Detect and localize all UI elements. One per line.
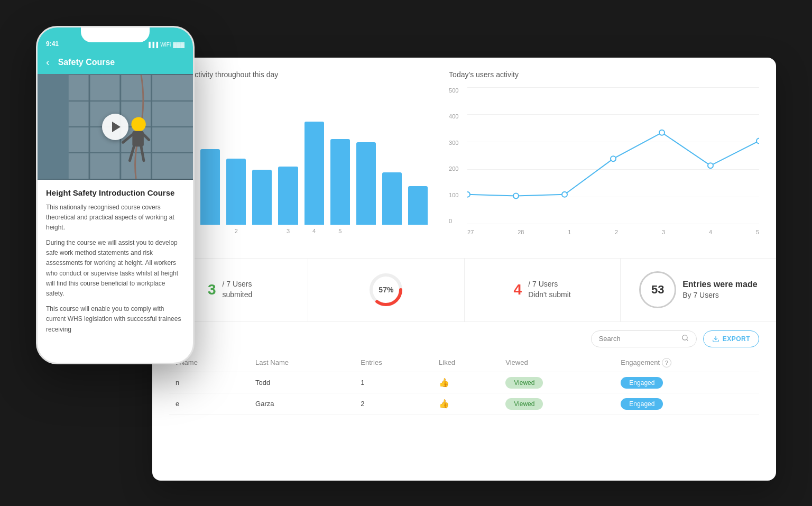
cell-first-1: e: [169, 393, 249, 414]
x-label: 5: [756, 229, 759, 235]
battery-icon: ▓▓▓: [173, 42, 184, 48]
donut-text: 57%: [379, 286, 393, 294]
cell-liked-1: 👍: [432, 393, 499, 414]
col-lastname: Last Name: [249, 354, 354, 372]
line-chart: 5004003002001000 272812345: [449, 87, 759, 235]
course-image: [38, 74, 193, 180]
table-row: n Todd 1 👍 Viewed Engaged: [169, 372, 759, 393]
line-chart-title: Today's users activity: [449, 70, 759, 79]
stat-submitted-text: / 7 Users submited: [223, 279, 253, 300]
phone-content: Height Safety Introduction Course This n…: [38, 180, 193, 344]
donut-chart: 57%: [367, 271, 404, 308]
engagement-help-icon: ?: [662, 358, 671, 367]
svg-point-4: [659, 130, 665, 135]
search-box[interactable]: [591, 330, 697, 347]
phone-navbar: ‹ Safety Course: [38, 51, 193, 74]
bar-label-2: 2: [226, 228, 246, 234]
cell-liked-0: 👍: [432, 372, 499, 393]
x-label: 1: [568, 229, 571, 235]
entries-text: Entries were made By 7 Users: [682, 279, 757, 301]
data-table: t Name Last Name Entries Liked Viewed En…: [169, 354, 759, 415]
play-button[interactable]: [102, 114, 128, 140]
charts-section: Users activity throughout this day 12345…: [152, 58, 776, 259]
stat-didnt-submit-number: 4: [514, 281, 522, 298]
signal-icon: ▐▐▐: [147, 42, 158, 48]
export-label: EXPORT: [723, 335, 750, 343]
cell-engagement-1: Engaged: [614, 393, 759, 414]
table-toolbar: EXPORT: [169, 330, 759, 347]
course-desc-2: During the course we will assist you to …: [46, 238, 184, 299]
bar-8: [382, 172, 402, 225]
bar-label-3: [252, 228, 272, 234]
svg-point-6: [756, 138, 759, 143]
thumb-up-icon: 👍: [439, 399, 449, 408]
bar-label-4: 3: [278, 228, 298, 234]
bar-label-5: 4: [304, 228, 324, 234]
y-label: 400: [449, 113, 458, 119]
export-icon: [712, 335, 719, 343]
svg-point-9: [682, 335, 687, 339]
svg-point-0: [467, 191, 470, 197]
col-entries: Entries: [354, 354, 432, 372]
cell-entries-1: 2: [354, 393, 432, 414]
cell-viewed-1: Viewed: [499, 393, 614, 414]
entries-circle: 53: [639, 271, 676, 308]
stat-didnt-submit: 4 / 7 Users Didn't submit: [465, 259, 621, 321]
phone-wrapper: 9:41 ▐▐▐ WiFi ▓▓▓ ‹ Safety Course: [36, 26, 205, 385]
stat-submitted-number: 3: [208, 281, 216, 298]
back-button[interactable]: ‹: [46, 56, 50, 68]
export-button[interactable]: EXPORT: [703, 330, 759, 347]
thumb-up-icon: 👍: [439, 378, 449, 387]
cell-last-1: Garza: [249, 393, 354, 414]
chart-area: [467, 87, 759, 225]
bar-chart: 12345: [169, 87, 428, 246]
bar-6: [330, 139, 350, 224]
engaged-badge: Engaged: [621, 377, 663, 389]
y-label: 500: [449, 87, 458, 94]
status-icons: ▐▐▐ WiFi ▓▓▓: [147, 42, 184, 48]
viewed-badge: Viewed: [505, 377, 543, 389]
scene: Users activity throughout this day 12345…: [36, 26, 776, 481]
svg-point-5: [708, 163, 713, 168]
bar-label-7: [356, 228, 376, 234]
x-label: 27: [467, 229, 474, 235]
col-liked: Liked: [432, 354, 499, 372]
x-label: 4: [709, 229, 712, 235]
x-axis-labels: 272812345: [467, 229, 759, 235]
bar-label-9: [408, 228, 428, 234]
cell-entries-0: 1: [354, 372, 432, 393]
stat-entries: 53 Entries were made By 7 Users: [621, 259, 776, 321]
dashboard-card: Users activity throughout this day 12345…: [152, 58, 776, 481]
x-label: 2: [615, 229, 618, 235]
col-viewed: Viewed: [499, 354, 614, 372]
course-desc-3: This course will enable you to comply wi…: [46, 304, 184, 335]
svg-rect-20: [132, 131, 144, 146]
table-header-row: t Name Last Name Entries Liked Viewed En…: [169, 354, 759, 372]
bar-chart-title: Users activity throughout this day: [169, 70, 428, 79]
course-desc-1: This nationally recognised course covers…: [46, 203, 184, 233]
viewed-badge: Viewed: [505, 398, 543, 410]
bar-2: [226, 159, 246, 225]
bar-chart-inner: [169, 87, 428, 225]
y-label: 100: [449, 192, 458, 198]
stats-section: 3 / 7 Users submited 57% 4: [152, 259, 776, 322]
y-label: 0: [449, 218, 458, 224]
status-time: 9:41: [46, 40, 59, 48]
y-label: 300: [449, 140, 458, 146]
bar-9: [408, 186, 428, 225]
cell-last-0: Todd: [249, 372, 354, 393]
bar-labels: 12345: [169, 228, 428, 234]
y-axis-labels: 5004003002001000: [449, 87, 458, 225]
search-icon: [681, 334, 689, 344]
search-input[interactable]: [599, 335, 677, 343]
bar-3: [252, 170, 272, 225]
cell-viewed-0: Viewed: [499, 372, 614, 393]
line-chart-svg: [467, 87, 759, 225]
table-section: EXPORT t Name Last Name Entries Liked Vi…: [152, 322, 776, 423]
x-label: 28: [518, 229, 524, 235]
col-engagement: Engagement ?: [614, 354, 759, 372]
table-body: n Todd 1 👍 Viewed Engaged e Garza 2 👍 Vi…: [169, 372, 759, 414]
bar-label-6: 5: [330, 228, 350, 234]
nav-title: Safety Course: [58, 58, 115, 67]
svg-point-1: [513, 193, 519, 198]
